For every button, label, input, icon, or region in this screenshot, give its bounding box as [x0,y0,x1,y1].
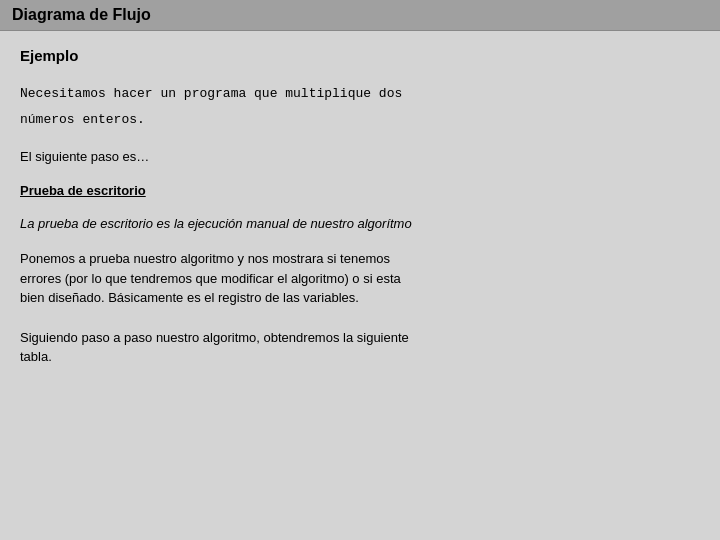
header-bar: Diagrama de Flujo [0,0,720,31]
paragraph1: Ponemos a prueba nuestro algoritmo y nos… [20,249,700,316]
section-title: Ejemplo [20,47,700,64]
intro-block: Necesitamos hacer un programa que multip… [20,84,700,135]
intro-line1: Necesitamos hacer un programa que multip… [20,84,700,104]
italic-description: La prueba de escritorio es la ejecución … [20,214,700,234]
following-text: El siguiente paso es… [20,147,700,167]
header-title: Diagrama de Flujo [12,6,151,23]
paragraph2-text: Siguiendo paso a paso nuestro algoritmo,… [20,328,700,367]
prueba-title: Prueba de escritorio [20,183,700,198]
paragraph2: Siguiendo paso a paso nuestro algoritmo,… [20,328,700,375]
page-container: Diagrama de Flujo Ejemplo Necesitamos ha… [0,0,720,540]
content-area: Ejemplo Necesitamos hacer un programa qu… [0,31,720,540]
paragraph1-text: Ponemos a prueba nuestro algoritmo y nos… [20,249,700,308]
intro-line2: números enteros. [20,110,700,130]
